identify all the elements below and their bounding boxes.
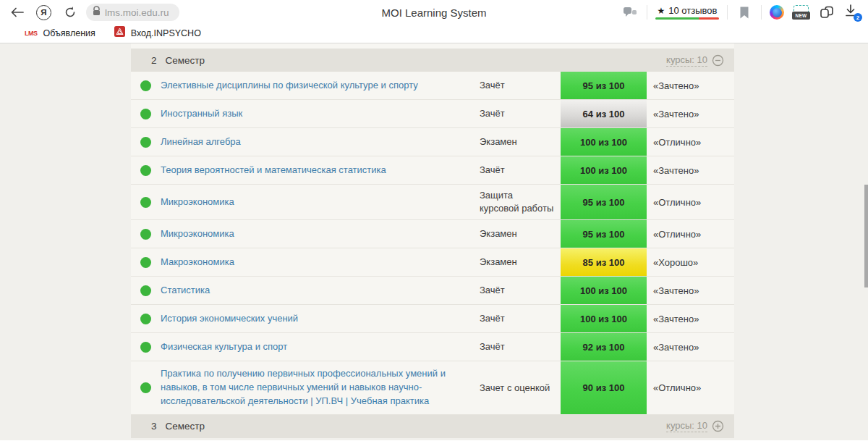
grades-table: Элективные дисциплины по физической куль… [131, 72, 734, 415]
lms-favicon-icon: LMS [25, 30, 38, 37]
control-type: Зачёт [480, 333, 561, 361]
score-badge: 90 из 100 [561, 361, 647, 414]
course-link[interactable]: Практика по получению первичных професси… [161, 367, 467, 408]
status-dot-icon [140, 197, 151, 208]
divider [761, 5, 762, 20]
score-badge: 95 из 100 [561, 72, 647, 99]
score-badge: 85 из 100 [561, 248, 647, 276]
status-dot-icon [140, 342, 151, 353]
url-text: lms.moi.edu.ru [105, 7, 169, 18]
course-link[interactable]: Теория вероятностей и математическая ста… [161, 164, 386, 177]
score-badge: 100 из 100 [561, 156, 647, 184]
course-row: Микроэкономика Экзамен 95 из 100 «Отличн… [131, 220, 734, 248]
control-type: Экзамен [480, 220, 561, 248]
course-row: Физическая культура и спорт Зачёт 92 из … [131, 333, 734, 361]
control-type: Зачёт [480, 156, 561, 184]
grade-text: «Отлично» [647, 185, 734, 219]
vertical-scrollbar[interactable] [864, 185, 868, 287]
course-row: Статистика Зачёт 100 из 100 «Зачтено» [131, 277, 734, 305]
gradebook: 2 Семестр курсы: 10 Элективные дисциплин… [131, 43, 734, 438]
grade-text: «Зачтено» [647, 277, 734, 304]
status-dot-icon [140, 229, 151, 240]
course-link[interactable]: Микроэкономика [161, 196, 234, 209]
status-dot-icon [140, 314, 151, 324]
lock-icon [93, 6, 101, 19]
semester-3-header: 3 Семестр курсы: 10 [131, 415, 734, 438]
semester-2-courses-link[interactable]: курсы: 10 [666, 54, 707, 67]
bookmarks-bar: LMS Объявления Вход.INPSYCHO [0, 25, 868, 43]
divider [727, 5, 728, 20]
course-link[interactable]: Статистика [161, 284, 210, 298]
course-link[interactable]: Микроэкономика [161, 227, 234, 241]
status-dot-icon [140, 165, 151, 176]
grade-text: «Хорошо» [647, 248, 734, 276]
grade-text: «Зачтено» [647, 305, 734, 332]
bookmark-flag-icon[interactable] [736, 4, 753, 21]
control-type: Зачёт [480, 72, 561, 99]
course-row: Линейная алгебра Экзамен 100 из 100 «Отл… [131, 128, 734, 156]
score-badge: 95 из 100 [561, 220, 647, 248]
control-type: Зачёт [480, 100, 561, 127]
grade-text: «Отлично» [647, 128, 734, 156]
grade-text: «Отлично» [647, 220, 734, 248]
bookmark-inpsycho[interactable]: Вход.INPSYCHO [114, 26, 201, 40]
course-link[interactable]: История экономических учений [161, 312, 298, 326]
score-badge: 100 из 100 [561, 128, 647, 156]
status-dot-icon [140, 382, 151, 393]
grade-text: «Отлично» [647, 361, 734, 414]
downloads-badge: 2 [854, 13, 862, 22]
grade-text: «Зачтено» [647, 156, 734, 184]
browser-toolbar: Я lms.moi.edu.ru MOI Learning System ★ 1… [0, 0, 868, 25]
downloads-icon[interactable]: 2 [843, 4, 861, 21]
grade-text: «Зачтено» [647, 72, 734, 99]
control-type: Зачет с оценкой [480, 361, 561, 414]
course-link[interactable]: Иностранный язык [161, 107, 242, 121]
control-type: Экзамен [480, 248, 561, 276]
course-row: История экономических учений Зачёт 100 и… [131, 305, 734, 333]
status-dot-icon [140, 80, 151, 91]
status-dot-icon [140, 109, 151, 119]
collections-icon[interactable] [818, 4, 835, 21]
bookmark-announcements[interactable]: LMS Объявления [25, 28, 95, 38]
course-row: Практика по получению первичных професси… [131, 361, 734, 415]
course-row: Теория вероятностей и математическая ста… [131, 156, 734, 185]
star-icon: ★ [658, 6, 665, 16]
new-extension-icon[interactable]: NEW [792, 5, 810, 20]
score-badge: 92 из 100 [561, 333, 647, 361]
semester-3-courses-link[interactable]: курсы: 10 [666, 420, 707, 432]
chat-icon[interactable] [621, 4, 639, 21]
lms-page: 2 Семестр курсы: 10 Элективные дисциплин… [0, 43, 868, 440]
yandex-logo-icon[interactable]: Я [36, 5, 51, 20]
address-bar[interactable]: lms.moi.edu.ru [86, 4, 179, 21]
status-dot-icon [140, 137, 151, 148]
reviews-widget[interactable]: ★ 10 отзывов [655, 5, 719, 20]
score-badge: 95 из 100 [561, 185, 647, 219]
semester-2-header: 2 Семестр курсы: 10 [131, 49, 734, 72]
back-icon[interactable] [9, 4, 26, 21]
reviews-rating-bar [655, 17, 719, 20]
course-link[interactable]: Линейная алгебра [161, 135, 241, 149]
course-row: Микроэкономика Защита курсовой работы 95… [131, 185, 734, 220]
page-title: MOI Learning System [381, 7, 486, 19]
divider [647, 5, 647, 20]
course-row: Иностранный язык Зачёт 64 из 100 «Зачтен… [131, 100, 734, 128]
grade-text: «Зачтено» [647, 333, 734, 361]
course-link[interactable]: Физическая культура и спорт [161, 340, 287, 354]
expand-plus-icon[interactable] [712, 420, 724, 432]
course-link[interactable]: Макроэкономика [161, 256, 234, 269]
reviews-count: 10 отзывов [668, 5, 717, 16]
course-link[interactable]: Элективные дисциплины по физической куль… [161, 79, 418, 93]
control-type: Зачёт [480, 305, 561, 332]
control-type: Экзамен [480, 128, 561, 156]
control-type: Зачёт [480, 277, 561, 304]
extension-globe-icon[interactable] [770, 5, 784, 20]
collapse-minus-icon[interactable] [712, 54, 724, 67]
control-type: Защита курсовой работы [480, 185, 561, 219]
grade-text: «Зачтено» [647, 100, 734, 127]
refresh-icon[interactable] [61, 4, 79, 21]
score-badge: 100 из 100 [561, 305, 647, 332]
status-dot-icon [140, 285, 151, 296]
inpsycho-favicon-icon [114, 26, 125, 40]
status-dot-icon [140, 257, 151, 268]
score-badge: 64 из 100 [561, 100, 647, 127]
